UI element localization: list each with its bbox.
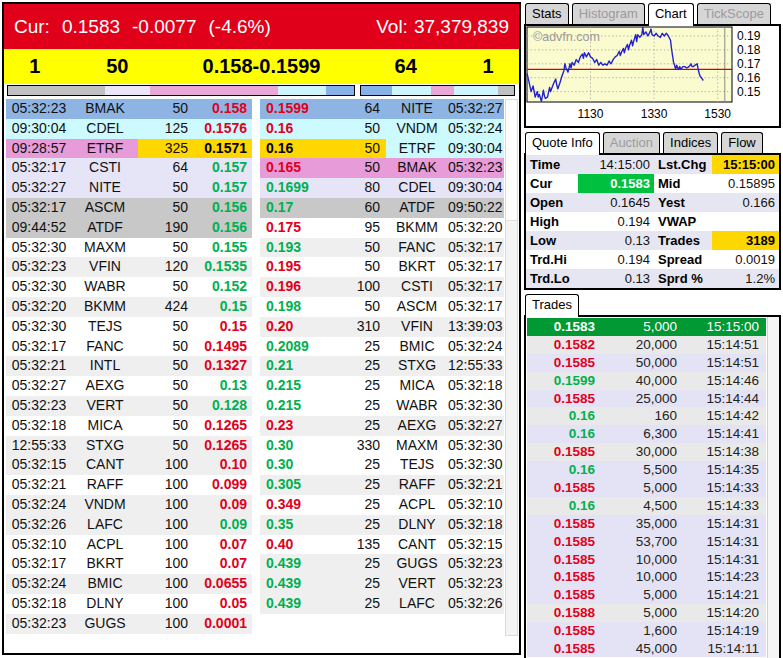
- ask-row[interactable]: 0.19350FANC05:32:17: [260, 238, 504, 258]
- tab-indices[interactable]: Indices: [663, 132, 718, 153]
- bid-row[interactable]: 05:32:30MAXM500.155: [6, 238, 252, 258]
- ask-size-cell: 60: [324, 198, 386, 218]
- ask-row[interactable]: 0.43925GUGS05:32:23: [260, 554, 504, 574]
- bid-row[interactable]: 05:32:21INTL500.1327: [6, 356, 252, 376]
- ask-row[interactable]: 0.21525MICA05:32:18: [260, 376, 504, 396]
- trade-price-cell: 0.16: [527, 407, 595, 425]
- bid-row[interactable]: 05:32:17ASCM500.156: [6, 198, 252, 218]
- bid-price-cell: 0.09: [194, 495, 252, 515]
- bid-row[interactable]: 05:32:27AEXG500.13: [6, 376, 252, 396]
- bid-mm-cell: ACPL: [72, 535, 138, 555]
- bid-price-cell: 0.128: [194, 396, 252, 416]
- bid-row[interactable]: 05:32:18MICA500.1265: [6, 416, 252, 436]
- bid-size-cell: 50: [138, 436, 194, 456]
- ask-row[interactable]: 0.21525WABR05:32:30: [260, 396, 504, 416]
- bid-row[interactable]: 09:44:52ATDF1900.156: [6, 218, 252, 238]
- ask-row[interactable]: 0.20310VFIN13:39:03: [260, 317, 504, 337]
- ask-mm-cell: ETRF: [386, 139, 448, 159]
- ask-row[interactable]: 0.2325AEXG05:32:27: [260, 416, 504, 436]
- bid-row[interactable]: 05:32:15CANT1000.10: [6, 455, 252, 475]
- tab-trades[interactable]: Trades: [525, 294, 579, 317]
- bid-mm-cell: CDEL: [72, 119, 138, 139]
- trade-time-cell: 15:14:20: [677, 604, 763, 622]
- bid-row[interactable]: 05:32:23VERT500.128: [6, 396, 252, 416]
- depth-segment: [326, 86, 354, 95]
- tab-quote-info[interactable]: Quote Info: [525, 132, 600, 155]
- tab-chart[interactable]: Chart: [648, 3, 694, 26]
- trades-scrollbar[interactable]: [767, 317, 779, 658]
- trades-list: 0.15835,00015:15:000.158220,00015:14:510…: [527, 318, 766, 657]
- bid-row[interactable]: 05:32:20BKMM4240.15: [6, 297, 252, 317]
- bid-row[interactable]: 05:32:26LAFC1000.09: [6, 515, 252, 535]
- trade-price-cell: 0.1582: [527, 336, 595, 354]
- ask-row[interactable]: 0.43925LAFC05:32:26: [260, 594, 504, 614]
- trade-time-cell: 15:14:51: [677, 336, 763, 354]
- trade-time-cell: 15:14:31: [677, 551, 763, 569]
- ask-row[interactable]: 0.16550BMAK05:32:23: [260, 158, 504, 178]
- bid-row[interactable]: 05:32:23BMAK500.158: [6, 99, 252, 119]
- bid-row[interactable]: 05:32:27NITE500.157: [6, 178, 252, 198]
- trade-size-cell: 50,000: [595, 354, 677, 372]
- ask-time-cell: 05:32:30: [448, 396, 504, 416]
- depth-distribution: [4, 84, 519, 97]
- ask-row[interactable]: 0.1650VNDM05:32:24: [260, 119, 504, 139]
- bid-row[interactable]: 05:32:23VFIN1200.1535: [6, 257, 252, 277]
- depth-scrollbar[interactable]: [505, 99, 518, 636]
- ask-mm-cell: BMAK: [386, 158, 448, 178]
- trade-time-cell: 15:14:21: [677, 586, 763, 604]
- ask-row[interactable]: 0.3025TEJS05:32:30: [260, 455, 504, 475]
- ask-time-cell: 13:39:03: [448, 317, 504, 337]
- quote-row: Trd.Hi0.194Spread0.0019: [526, 250, 779, 269]
- quote-value: 1.2%: [712, 269, 779, 288]
- bid-size-cell: 100: [138, 594, 194, 614]
- depth-scrollbar-thumb[interactable]: [506, 100, 517, 221]
- trade-time-cell: 15:14:23: [677, 568, 763, 586]
- ask-row[interactable]: 0.19850ASCM05:32:17: [260, 297, 504, 317]
- ask-row[interactable]: 0.208925BMIC05:32:24: [260, 337, 504, 357]
- ask-mm-cell: TEJS: [386, 455, 448, 475]
- trade-price-cell: 0.1585: [527, 354, 595, 372]
- bid-row[interactable]: 05:32:17BKRT1000.07: [6, 554, 252, 574]
- ask-row[interactable]: 0.43925VERT05:32:23: [260, 574, 504, 594]
- ask-row[interactable]: 0.34925ACPL05:32:10: [260, 495, 504, 515]
- bid-size-cell: 50: [138, 99, 194, 119]
- bid-row[interactable]: 05:32:18DLNY1000.05: [6, 594, 252, 614]
- bid-row[interactable]: 05:32:23GUGS1000.0001: [6, 614, 252, 634]
- bid-size-cell: 50: [138, 238, 194, 258]
- ask-row[interactable]: 0.169980CDEL09:30:04: [260, 178, 504, 198]
- bid-price-cell: 0.156: [194, 198, 252, 218]
- bid-row[interactable]: 05:32:21RAFF1000.099: [6, 475, 252, 495]
- ask-row[interactable]: 0.159964NITE05:32:27: [260, 99, 504, 119]
- quote-value: 0.0019: [712, 250, 779, 269]
- ask-row[interactable]: 0.1760ATDF09:50:22: [260, 198, 504, 218]
- trade-row: 0.158545,00015:14:11: [527, 640, 766, 657]
- bid-row[interactable]: 12:55:33STXG500.1265: [6, 436, 252, 456]
- ask-row[interactable]: 0.2125STXG12:55:33: [260, 356, 504, 376]
- ask-row[interactable]: 0.30525RAFF05:32:21: [260, 475, 504, 495]
- change-pct: (-4.6%): [208, 16, 270, 37]
- ask-row[interactable]: 0.1650ETRF09:30:04: [260, 139, 504, 159]
- ask-row[interactable]: 0.3525DLNY05:32:18: [260, 515, 504, 535]
- bid-row[interactable]: 05:32:17FANC500.1495: [6, 337, 252, 357]
- ask-row[interactable]: 0.40135CANT05:32:15: [260, 535, 504, 555]
- ask-row[interactable]: 0.30330MAXM05:32:30: [260, 436, 504, 456]
- ask-row[interactable]: 0.196100CSTI05:32:17: [260, 277, 504, 297]
- bid-row[interactable]: 05:32:30TEJS500.15: [6, 317, 252, 337]
- ask-row[interactable]: 0.17595BKMM05:32:20: [260, 218, 504, 238]
- ask-row[interactable]: 0.19550BKRT05:32:17: [260, 257, 504, 277]
- quote-label: Trd.Hi: [526, 250, 578, 269]
- bid-row[interactable]: 09:30:04CDEL1250.1576: [6, 119, 252, 139]
- tab-stats[interactable]: Stats: [525, 3, 569, 24]
- bid-row[interactable]: 05:32:10ACPL1000.07: [6, 535, 252, 555]
- bid-row[interactable]: 05:32:24VNDM1000.09: [6, 495, 252, 515]
- depth-segment: [431, 86, 454, 95]
- bid-row[interactable]: 05:32:24BMIC1000.0655: [6, 574, 252, 594]
- ask-size-cell: 25: [324, 554, 386, 574]
- bid-row[interactable]: 09:28:57ETRF3250.1571: [6, 139, 252, 159]
- intraday-chart: 0.190.180.170.160.15113013301530©advfn.c…: [526, 26, 779, 126]
- bid-row[interactable]: 05:32:30WABR500.152: [6, 277, 252, 297]
- ask-time-cell: 05:32:24: [448, 337, 504, 357]
- tab-flow[interactable]: Flow: [721, 132, 762, 153]
- trade-price-cell: 0.16: [527, 461, 595, 479]
- bid-row[interactable]: 05:32:17CSTI640.157: [6, 158, 252, 178]
